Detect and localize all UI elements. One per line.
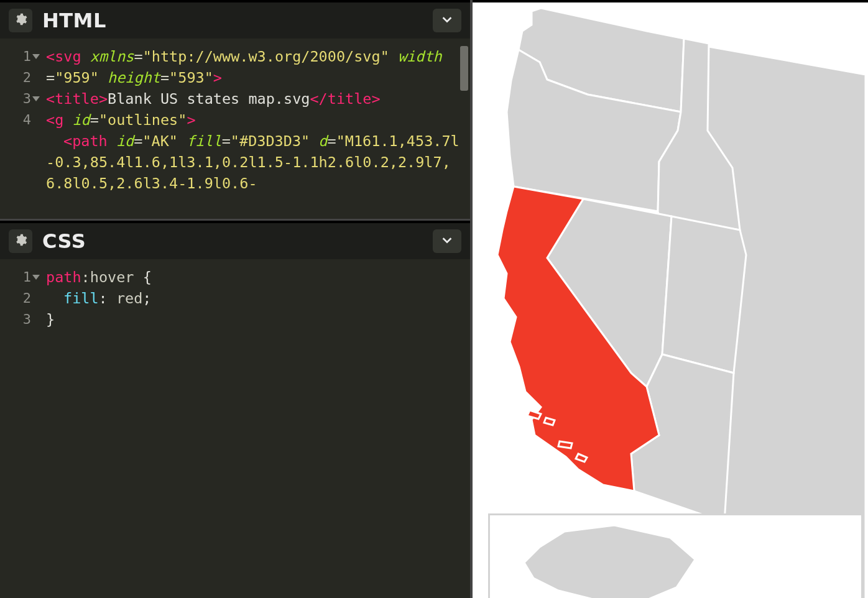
ca-island-2[interactable] [544,418,555,425]
code-content-html[interactable]: <svg xmlns="http://www.w3.org/2000/svg" … [37,39,470,219]
map-preview[interactable] [473,2,868,598]
code-content-css[interactable]: path:hover { fill: red; } [37,259,470,598]
gutter-html: 1 2 3 4 [0,39,37,219]
scrollbar-thumb-html[interactable] [460,46,468,91]
ca-island-3[interactable] [558,441,572,448]
us-map-svg[interactable] [473,6,866,598]
panel-title-html: HTML [42,9,106,32]
code-area-html[interactable]: 1 2 3 4 <svg xmlns="http://www.w3.org/20… [0,39,470,219]
alaska-inset-box [488,513,861,598]
gutter-css: 1 2 3 [0,259,37,598]
preview-column [473,0,868,598]
code-area-css[interactable]: 1 2 3 path:hover { fill: red; } [0,259,470,598]
chevron-down-icon [440,233,454,249]
panel-html: HTML 1 2 3 4 <svg xmlns="http://www.w3.o… [0,0,470,221]
gear-icon [14,12,27,29]
alaska-svg[interactable] [490,519,863,598]
collapse-button-html[interactable] [433,9,461,32]
state-ut[interactable] [662,216,746,373]
editor-column: HTML 1 2 3 4 <svg xmlns="http://www.w3.o… [0,0,473,598]
settings-button-css[interactable] [9,229,32,253]
panel-css: CSS 1 2 3 path:hover { fill: red; } [0,221,470,598]
gear-icon [14,233,27,249]
panel-header-css: CSS [0,221,470,259]
panel-header-html: HTML [0,0,470,39]
settings-button-html[interactable] [9,9,32,32]
state-ak[interactable] [524,525,695,598]
panel-title-css: CSS [42,229,86,253]
chevron-down-icon [440,12,454,29]
collapse-button-css[interactable] [433,229,461,253]
